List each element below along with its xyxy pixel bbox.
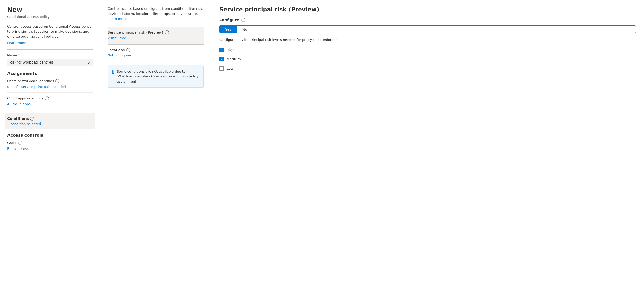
cloud-apps-label: Cloud apps or actions i <box>7 96 93 100</box>
conditions-title-text: Conditions <box>7 117 29 121</box>
access-controls-title: Access controls <box>7 133 93 138</box>
toggle-no-button[interactable]: No <box>237 26 253 33</box>
locations-header: Locations i <box>108 48 204 52</box>
service-principal-risk-header: Service principal risk (Preview) i <box>108 30 204 34</box>
checkbox-label-high: High <box>227 48 235 52</box>
conditions-info-icon[interactable]: i <box>30 117 34 121</box>
conditions-section[interactable]: Conditions i 1 condition selected <box>5 113 95 129</box>
required-star: * <box>18 53 20 57</box>
conditions-title: Conditions i <box>7 117 93 121</box>
grant-label: Grant i <box>7 141 93 145</box>
assignments-title: Assignments <box>7 71 93 76</box>
middle-learn-more-link[interactable]: Learn more <box>108 17 127 21</box>
service-principal-risk-info-icon[interactable]: i <box>165 30 169 34</box>
info-box: ℹ Some conditions are not available due … <box>108 65 204 88</box>
name-label-text: Name <box>7 53 17 57</box>
info-box-icon: ℹ <box>112 69 114 84</box>
grant-value-link[interactable]: Block access <box>7 147 29 151</box>
name-divider <box>7 49 93 50</box>
checkbox-row-low[interactable]: Low <box>219 66 636 71</box>
title-text: New <box>7 6 22 13</box>
service-principal-risk-row[interactable]: Service principal risk (Preview) i 2 inc… <box>108 27 204 45</box>
ellipsis-button[interactable]: ··· <box>25 7 31 13</box>
cloud-apps-link[interactable]: All cloud apps <box>7 102 31 106</box>
checkbox-medium[interactable]: ✔ <box>219 57 224 61</box>
checkbox-checkmark-medium: ✔ <box>220 58 223 61</box>
configure-description: Configure service principal risk levels … <box>219 37 636 42</box>
locations-label: Locations <box>108 48 125 52</box>
grant-item: Grant i Block access <box>7 141 93 154</box>
name-input-wrapper: ✓ <box>7 59 93 66</box>
info-box-text: Some conditions are not available due to… <box>117 69 199 84</box>
risk-level-checkboxes: ✔High✔MediumLow <box>219 48 636 71</box>
service-principal-risk-label: Service principal risk (Preview) <box>108 30 163 34</box>
configure-info-icon[interactable]: i <box>241 18 245 22</box>
left-description: Control access based on Conditional Acce… <box>7 24 93 39</box>
assignments-section: Assignments Users or workload identities… <box>7 71 93 129</box>
users-link[interactable]: Specific service principals included <box>7 85 66 89</box>
middle-panel: Control access based on signals from con… <box>100 0 211 299</box>
checkbox-row-medium[interactable]: ✔Medium <box>219 57 636 61</box>
middle-description-text: Control access based on signals from con… <box>108 7 203 16</box>
checkbox-checkmark-high: ✔ <box>220 48 223 51</box>
checkbox-label-medium: Medium <box>227 57 241 61</box>
right-panel-title: Service principal risk (Preview) <box>219 6 636 13</box>
middle-description: Control access based on signals from con… <box>108 6 204 21</box>
users-assignment-item: Users or workload identities i Specific … <box>7 79 93 93</box>
name-field-label: Name * <box>7 53 93 57</box>
checkbox-row-high[interactable]: ✔High <box>219 48 636 52</box>
users-info-icon[interactable]: i <box>55 79 59 83</box>
users-label: Users or workload identities i <box>7 79 93 83</box>
left-learn-more-link[interactable]: Learn more <box>7 41 26 45</box>
access-controls-section: Access controls Grant i Block access <box>7 133 93 154</box>
yes-no-toggle[interactable]: Yes No <box>219 25 636 33</box>
checkbox-high[interactable]: ✔ <box>219 48 224 52</box>
name-input-check-icon: ✓ <box>88 60 91 65</box>
page-title: New ··· <box>7 6 93 13</box>
checkbox-low[interactable] <box>219 66 224 71</box>
grant-label-text: Grant <box>7 141 17 145</box>
checkbox-label-low: Low <box>227 66 234 71</box>
toggle-yes-button[interactable]: Yes <box>220 26 237 33</box>
cloud-apps-label-text: Cloud apps or actions <box>7 96 43 100</box>
grant-info-icon[interactable]: i <box>18 141 22 145</box>
cloud-apps-assignment-item: Cloud apps or actions i All cloud apps <box>7 96 93 110</box>
conditions-value-link[interactable]: 1 condition selected <box>7 122 41 126</box>
page-subtitle: Conditional Access policy <box>7 15 93 19</box>
name-input[interactable] <box>7 59 93 66</box>
right-panel: Service principal risk (Preview) Configu… <box>211 0 644 299</box>
locations-value: Not configured <box>108 53 204 57</box>
locations-info-icon[interactable]: i <box>126 48 130 52</box>
users-label-text: Users or workload identities <box>7 79 54 83</box>
configure-label: Configure <box>219 18 239 22</box>
cloud-apps-info-icon[interactable]: i <box>45 96 49 100</box>
configure-row: Configure i <box>219 18 636 22</box>
left-panel: New ··· Conditional Access policy Contro… <box>0 0 100 299</box>
locations-row[interactable]: Locations i Not configured <box>108 45 204 61</box>
service-principal-risk-value: 2 included <box>108 36 204 41</box>
